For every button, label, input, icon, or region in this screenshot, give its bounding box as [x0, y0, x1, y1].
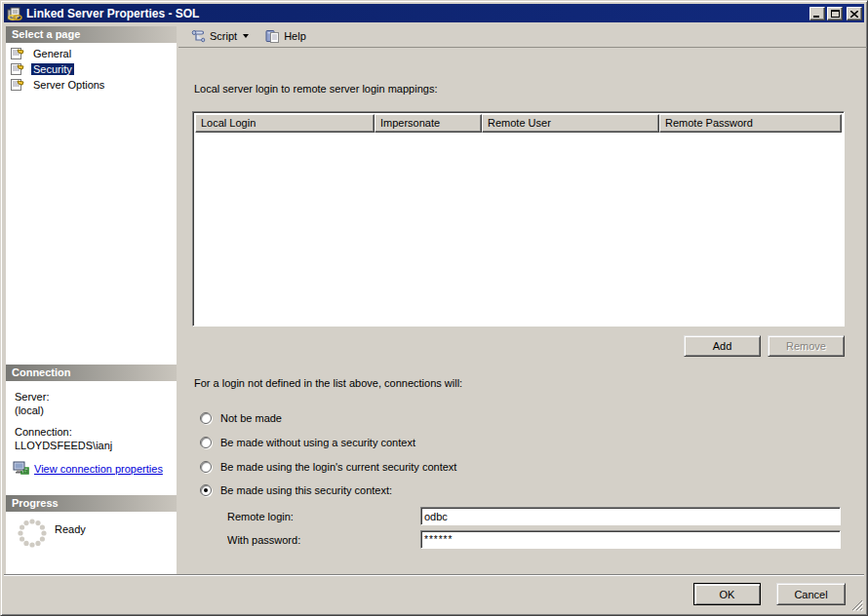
sidebar-item-label: Server Options [31, 79, 106, 91]
sidebar-item-security[interactable]: Security [6, 61, 177, 77]
sidebar-item-label: Security [31, 63, 74, 75]
radio-option-without-security-context[interactable]: Be made without using a security context [200, 436, 415, 449]
sidebar-item-general[interactable]: General [6, 46, 177, 61]
progress-header: Progress [6, 495, 177, 512]
sidebar-item-label: General [31, 48, 73, 59]
radio-option-current-security-context[interactable]: Be made using the login's current securi… [200, 460, 456, 474]
script-button[interactable]: Script [186, 26, 253, 46]
server-label: Server: [15, 390, 173, 404]
minimize-icon [813, 6, 821, 20]
title-bar[interactable]: Linked Server Properties - SOL [4, 4, 864, 22]
dialog-window: Linked Server Properties - SOL Select a … [0, 0, 868, 616]
with-password-input[interactable] [420, 530, 841, 549]
column-header-remote-password[interactable]: Remote Password [659, 114, 842, 133]
remove-button[interactable]: Remove [768, 335, 845, 357]
help-button[interactable]: Help [260, 26, 310, 46]
toolbar: Script Help [178, 24, 867, 48]
radio-label: Be made using the login's current securi… [220, 461, 456, 473]
minimize-button[interactable] [809, 7, 825, 20]
page-icon [10, 78, 25, 92]
connection-label: Connection: [15, 425, 173, 439]
radio-button[interactable] [200, 461, 212, 473]
window-title: Linked Server Properties - SOL [26, 7, 808, 20]
help-label: Help [284, 30, 306, 42]
with-password-label: With password: [227, 534, 300, 546]
radio-option-this-security-context[interactable]: Be made using this security context: [200, 483, 392, 497]
server-value: (local) [15, 404, 173, 417]
page-icon [10, 62, 25, 76]
radio-button[interactable] [200, 437, 212, 448]
add-button[interactable]: Add [684, 335, 761, 357]
connection-value: LLOYDSFEEDS\ianj [15, 439, 173, 452]
progress-spinner-icon [16, 517, 49, 552]
script-label: Script [210, 30, 237, 42]
sidebar-item-server-options[interactable]: Server Options [6, 77, 177, 93]
radio-button[interactable] [200, 412, 212, 424]
maximize-button[interactable] [827, 7, 843, 20]
remote-login-label: Remote login: [227, 511, 294, 522]
mappings-label: Local server login to remote server logi… [194, 83, 437, 95]
close-button[interactable] [847, 7, 862, 20]
maximize-icon [831, 6, 840, 20]
progress-panel: Ready [6, 512, 177, 574]
table-header-row: Local Login Impersonate Remote User Remo… [195, 114, 842, 133]
radio-label: Be made using this security context: [220, 484, 392, 496]
table-body-empty [195, 133, 842, 324]
footer-divider [4, 574, 864, 576]
close-icon [850, 6, 858, 20]
progress-status: Ready [55, 523, 86, 535]
radio-button-selected[interactable] [200, 484, 212, 496]
connection-properties-icon [13, 461, 29, 476]
login-mappings-table: Local Login Impersonate Remote User Remo… [192, 111, 845, 327]
view-connection-properties-link[interactable]: View connection properties [34, 462, 163, 476]
fallback-connections-label: For a login not defined in the list abov… [194, 377, 462, 389]
help-icon [264, 28, 280, 44]
column-header-impersonate[interactable]: Impersonate [375, 114, 482, 133]
ok-button[interactable]: OK [693, 583, 761, 605]
radio-option-not-be-made[interactable]: Not be made [200, 411, 282, 425]
linked-server-app-icon [7, 6, 22, 21]
select-a-page-header: Select a page [6, 26, 177, 43]
radio-label: Be made without using a security context [220, 437, 415, 448]
cancel-button[interactable]: Cancel [776, 583, 846, 605]
chevron-down-icon[interactable] [243, 34, 249, 38]
script-icon [190, 28, 206, 44]
connection-panel: Server: (local) Connection: LLOYDSFEEDS\… [6, 381, 177, 495]
remote-login-input[interactable] [420, 507, 841, 525]
connection-header: Connection [6, 365, 177, 381]
page-icon [10, 47, 25, 60]
resize-grip[interactable] [849, 597, 863, 611]
page-tree: General Security Server Options [6, 43, 177, 365]
column-header-remote-user[interactable]: Remote User [482, 114, 659, 133]
radio-label: Not be made [220, 412, 282, 424]
column-header-local-login[interactable]: Local Login [195, 114, 375, 133]
